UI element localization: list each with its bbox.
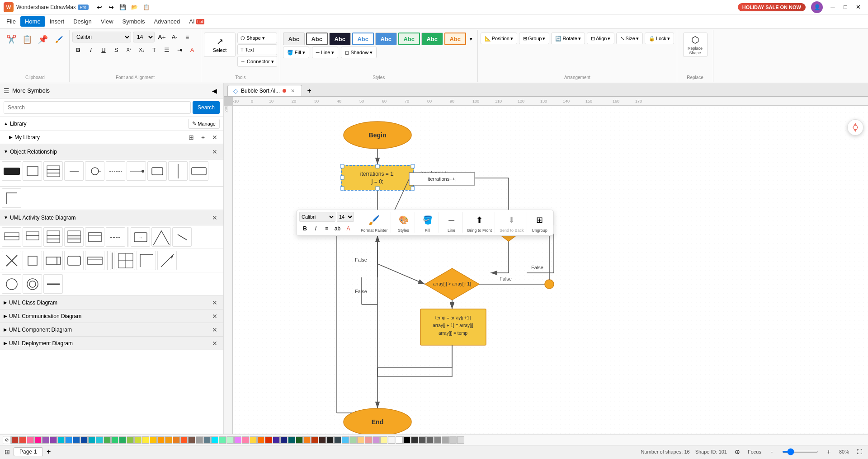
color-swatch-m10[interactable] bbox=[342, 436, 349, 444]
uml-shape-7[interactable]: → bbox=[131, 227, 150, 247]
shadow-btn[interactable]: ◻ Shadow ▾ bbox=[341, 47, 377, 58]
color-swatch-dark7[interactable] bbox=[457, 436, 464, 444]
shape-extra-1[interactable] bbox=[2, 188, 21, 208]
uml-shape-2[interactable] bbox=[23, 227, 42, 247]
align-btn[interactable]: ≡ bbox=[182, 32, 193, 42]
color-swatch-m13[interactable] bbox=[365, 436, 372, 444]
strikethrough-btn[interactable]: S bbox=[110, 44, 122, 55]
add-page-btn[interactable]: + bbox=[44, 447, 54, 457]
my-library-row[interactable]: ▶ My Library ⊞ + ✕ bbox=[0, 131, 223, 144]
line-btn[interactable]: ─ Line ▾ bbox=[312, 47, 339, 58]
float-bold-btn[interactable]: B bbox=[300, 224, 310, 234]
color-swatch-dark5[interactable] bbox=[442, 436, 449, 444]
color-swatch-pink[interactable] bbox=[27, 436, 34, 444]
float-line-btn[interactable]: ─ bbox=[443, 212, 460, 228]
menu-ai[interactable]: AI hot bbox=[184, 16, 209, 27]
float-send-back-btn[interactable]: ⬇ bbox=[504, 212, 520, 228]
subscript-btn[interactable]: X₂ bbox=[136, 44, 147, 55]
obj-rel-close-btn[interactable]: ✕ bbox=[210, 147, 220, 157]
color-swatch-dark6[interactable] bbox=[449, 436, 457, 444]
color-swatch-m6[interactable] bbox=[311, 436, 318, 444]
text-btn[interactable]: T Text bbox=[237, 44, 277, 55]
menu-symbols[interactable]: Symbols bbox=[118, 16, 150, 27]
float-color-btn[interactable]: A bbox=[344, 224, 354, 234]
float-bring-front-btn[interactable]: ⬆ bbox=[472, 212, 488, 228]
style-swatch-7[interactable]: Abc bbox=[421, 33, 443, 45]
obj-rel-header[interactable]: ▼ Object Relationship ✕ bbox=[0, 144, 223, 159]
superscript-btn[interactable]: X² bbox=[123, 44, 135, 55]
color-swatch-m4[interactable] bbox=[296, 436, 303, 444]
menu-home[interactable]: Home bbox=[20, 16, 45, 27]
underline-btn[interactable]: U bbox=[98, 44, 109, 55]
color-swatch-ex5[interactable] bbox=[219, 436, 226, 444]
uml-comm-close-btn[interactable]: ✕ bbox=[210, 311, 220, 321]
format-painter-btn[interactable]: 🖌️ bbox=[366, 212, 382, 228]
float-size-select[interactable]: 14 bbox=[337, 212, 354, 222]
undo-btn[interactable]: ↩ bbox=[94, 2, 105, 13]
color-swatch-blue3[interactable] bbox=[73, 436, 80, 444]
my-lib-add-btn[interactable]: ⊞ bbox=[186, 132, 196, 142]
my-lib-close-btn[interactable]: ✕ bbox=[210, 132, 220, 142]
no-fill-btn[interactable]: ⊘ bbox=[3, 436, 11, 444]
zoom-slider[interactable] bbox=[782, 451, 818, 453]
manage-btn[interactable]: ✎ Manage bbox=[188, 119, 220, 129]
uml-shape-4[interactable] bbox=[64, 227, 84, 247]
color-swatch-orange2[interactable] bbox=[165, 436, 172, 444]
style-swatch-1[interactable]: Abc bbox=[283, 33, 305, 45]
color-swatch-teal1[interactable] bbox=[88, 436, 95, 444]
uml-shape-8[interactable] bbox=[151, 227, 171, 247]
close-btn[interactable]: ✕ bbox=[852, 1, 864, 14]
color-swatch-ex11[interactable] bbox=[265, 436, 272, 444]
color-swatch-deeporange[interactable] bbox=[180, 436, 188, 444]
list-btn[interactable]: ☰ bbox=[161, 44, 173, 55]
style-swatch-8[interactable]: Abc bbox=[444, 33, 466, 45]
save-btn[interactable]: 💾 bbox=[118, 2, 128, 13]
text-format-btn[interactable]: T bbox=[148, 44, 160, 55]
color-swatch-blue1[interactable] bbox=[57, 436, 65, 444]
uml-class-header[interactable]: ▶ UML Class Diagram ✕ bbox=[0, 296, 223, 309]
color-swatch-teal3[interactable] bbox=[104, 436, 111, 444]
color-swatch-m8[interactable] bbox=[326, 436, 334, 444]
template-btn[interactable]: 📋 bbox=[141, 2, 152, 13]
style-swatch-6[interactable]: Abc bbox=[398, 33, 420, 45]
color-swatch-green2[interactable] bbox=[119, 436, 126, 444]
uml-shape-1[interactable] bbox=[2, 227, 21, 247]
cut-btn[interactable]: ✂️ bbox=[4, 32, 19, 47]
color-swatch-dark3[interactable] bbox=[426, 436, 434, 444]
format-brush-btn[interactable]: 🖌️ bbox=[51, 32, 66, 47]
menu-insert[interactable]: Insert bbox=[45, 16, 69, 27]
menu-design[interactable]: Design bbox=[69, 16, 96, 27]
connector-btn[interactable]: ↔ Connector ▾ bbox=[237, 56, 277, 67]
shape-item-8[interactable] bbox=[147, 161, 167, 181]
uml-deploy-close-btn[interactable]: ✕ bbox=[210, 338, 220, 348]
group-btn[interactable]: ⊞ Group ▾ bbox=[519, 33, 550, 44]
color-swatch-yellow1[interactable] bbox=[134, 436, 142, 444]
uml-circle-2[interactable] bbox=[23, 274, 42, 294]
shape-item-4[interactable] bbox=[64, 161, 84, 181]
uml-shape-9[interactable] bbox=[172, 227, 192, 247]
styles-expand-btn[interactable]: ▼ bbox=[467, 33, 475, 45]
color-swatch-m9[interactable] bbox=[334, 436, 341, 444]
uml-shape-arr[interactable] bbox=[157, 251, 177, 270]
canvas[interactable]: iterrations++; bbox=[233, 106, 868, 434]
style-swatch-3[interactable]: Abc bbox=[329, 33, 351, 45]
uml-class-close-btn[interactable]: ✕ bbox=[210, 298, 220, 308]
grid-view-btn[interactable]: ⊞ bbox=[2, 446, 13, 457]
float-font-select[interactable]: Calibri bbox=[299, 212, 335, 222]
uml-shape-6[interactable] bbox=[106, 227, 125, 247]
close-tab-btn[interactable]: ✕ bbox=[289, 87, 296, 94]
shape-item-2[interactable] bbox=[23, 161, 42, 181]
color-swatch-ex6[interactable] bbox=[226, 436, 234, 444]
shape-item-6[interactable] bbox=[106, 161, 125, 181]
color-swatch-m7[interactable] bbox=[319, 436, 326, 444]
color-swatch-white[interactable] bbox=[396, 436, 403, 444]
uml-comp-header[interactable]: ▶ UML Component Diagram ✕ bbox=[0, 323, 223, 337]
shape-item-9[interactable] bbox=[168, 161, 188, 181]
color-swatch-ex7[interactable] bbox=[234, 436, 241, 444]
color-swatch-m15[interactable] bbox=[380, 436, 387, 444]
color-swatch-teal2[interactable] bbox=[96, 436, 103, 444]
uml-circle-1[interactable] bbox=[2, 274, 21, 294]
zoom-in-btn[interactable]: + bbox=[824, 447, 834, 457]
maximize-btn[interactable]: □ bbox=[839, 1, 852, 14]
copy-btn[interactable]: 📋 bbox=[19, 32, 35, 47]
